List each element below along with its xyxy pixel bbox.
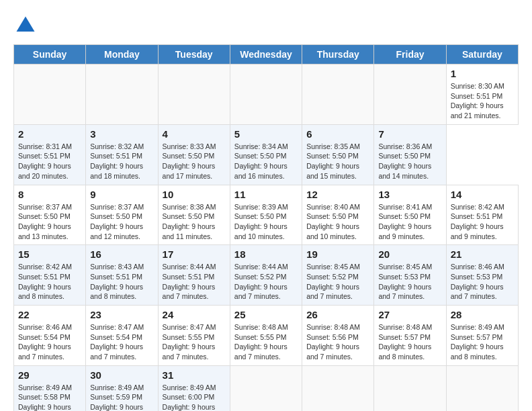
day-info: Sunrise: 8:40 AMSunset: 5:50 PMDaylight:…: [306, 202, 369, 242]
calendar-week-2: 2 Sunrise: 8:31 AMSunset: 5:51 PMDayligh…: [14, 124, 519, 185]
day-number: 19: [306, 248, 369, 260]
day-number: 24: [163, 309, 226, 320]
day-number: 17: [163, 248, 226, 260]
calendar-table: SundayMondayTuesdayWednesdayThursdayFrid…: [13, 44, 519, 411]
day-info: Sunrise: 8:37 AMSunset: 5:50 PMDaylight:…: [18, 202, 81, 242]
empty-cell: [86, 64, 158, 125]
calendar-week-3: 8 Sunrise: 8:37 AMSunset: 5:50 PMDayligh…: [14, 185, 519, 245]
day-info: Sunrise: 8:49 AMSunset: 5:57 PMDaylight:…: [451, 322, 514, 362]
empty-cell: [446, 365, 518, 411]
calendar-day-21: 21 Sunrise: 8:46 AMSunset: 5:53 PMDaylig…: [446, 245, 518, 306]
empty-cell: [158, 64, 230, 125]
calendar-day-20: 20 Sunrise: 8:45 AMSunset: 5:53 PMDaylig…: [374, 245, 446, 306]
day-info: Sunrise: 8:34 AMSunset: 5:50 PMDaylight:…: [234, 142, 298, 181]
calendar-day-27: 27 Sunrise: 8:48 AMSunset: 5:57 PMDaylig…: [374, 306, 446, 366]
day-number: 21: [451, 248, 514, 260]
day-info: Sunrise: 8:42 AMSunset: 5:51 PMDaylight:…: [18, 262, 81, 302]
calendar-day-18: 18 Sunrise: 8:44 AMSunset: 5:52 PMDaylig…: [230, 245, 302, 306]
calendar-week-4: 15 Sunrise: 8:42 AMSunset: 5:51 PMDaylig…: [14, 245, 519, 306]
day-info: Sunrise: 8:31 AMSunset: 5:51 PMDaylight:…: [18, 142, 81, 181]
day-number: 4: [163, 128, 226, 140]
day-number: 10: [163, 189, 226, 200]
day-number: 27: [378, 309, 441, 320]
empty-cell: [14, 64, 86, 125]
calendar-day-9: 9 Sunrise: 8:37 AMSunset: 5:50 PMDayligh…: [86, 185, 158, 245]
empty-cell: [302, 64, 374, 125]
day-info: Sunrise: 8:44 AMSunset: 5:52 PMDaylight:…: [234, 262, 298, 302]
calendar-day-30: 30 Sunrise: 8:49 AMSunset: 5:59 PMDaylig…: [86, 365, 158, 411]
calendar-day-22: 22 Sunrise: 8:46 AMSunset: 5:54 PMDaylig…: [14, 306, 86, 366]
day-number: 22: [18, 309, 81, 320]
day-number: 31: [163, 369, 226, 381]
day-info: Sunrise: 8:47 AMSunset: 5:55 PMDaylight:…: [163, 322, 226, 362]
empty-cell: [230, 365, 302, 411]
empty-cell: [374, 64, 446, 125]
day-number: 29: [18, 369, 81, 381]
calendar-day-28: 28 Sunrise: 8:49 AMSunset: 5:57 PMDaylig…: [446, 306, 518, 366]
calendar-day-31: 31 Sunrise: 8:49 AMSunset: 6:00 PMDaylig…: [158, 365, 230, 411]
day-header-saturday: Saturday: [446, 45, 518, 64]
calendar-day-24: 24 Sunrise: 8:47 AMSunset: 5:55 PMDaylig…: [158, 306, 230, 366]
logo-icon: [13, 13, 38, 38]
day-info: Sunrise: 8:37 AMSunset: 5:50 PMDaylight:…: [90, 202, 153, 242]
day-number: 11: [234, 189, 298, 200]
day-info: Sunrise: 8:39 AMSunset: 5:50 PMDaylight:…: [234, 202, 298, 242]
day-number: 20: [378, 248, 441, 260]
day-number: 18: [234, 248, 298, 260]
day-number: 5: [234, 128, 298, 140]
calendar-body: 1 Sunrise: 8:30 AMSunset: 5:51 PMDayligh…: [14, 64, 519, 412]
day-info: Sunrise: 8:41 AMSunset: 5:50 PMDaylight:…: [378, 202, 441, 242]
calendar-day-29: 29 Sunrise: 8:49 AMSunset: 5:58 PMDaylig…: [14, 365, 86, 411]
day-number: 23: [90, 309, 153, 320]
calendar-day-26: 26 Sunrise: 8:48 AMSunset: 5:56 PMDaylig…: [302, 306, 374, 366]
day-info: Sunrise: 8:47 AMSunset: 5:54 PMDaylight:…: [90, 322, 153, 362]
calendar-week-6: 29 Sunrise: 8:49 AMSunset: 5:58 PMDaylig…: [14, 365, 519, 411]
day-number: 28: [451, 309, 514, 320]
day-number: 13: [378, 189, 441, 200]
empty-cell: [374, 365, 446, 411]
day-header-tuesday: Tuesday: [158, 45, 230, 64]
calendar-day-23: 23 Sunrise: 8:47 AMSunset: 5:54 PMDaylig…: [86, 306, 158, 366]
day-info: Sunrise: 8:44 AMSunset: 5:51 PMDaylight:…: [163, 262, 226, 302]
day-info: Sunrise: 8:48 AMSunset: 5:55 PMDaylight:…: [234, 322, 298, 362]
day-info: Sunrise: 8:46 AMSunset: 5:54 PMDaylight:…: [18, 322, 81, 362]
day-info: Sunrise: 8:45 AMSunset: 5:52 PMDaylight:…: [306, 262, 369, 302]
day-info: Sunrise: 8:33 AMSunset: 5:50 PMDaylight:…: [163, 142, 226, 181]
day-info: Sunrise: 8:30 AMSunset: 5:51 PMDaylight:…: [451, 81, 514, 121]
day-header-wednesday: Wednesday: [230, 45, 302, 64]
calendar-day-10: 10 Sunrise: 8:38 AMSunset: 5:50 PMDaylig…: [158, 185, 230, 245]
calendar-day-5: 5 Sunrise: 8:34 AMSunset: 5:50 PMDayligh…: [230, 124, 302, 185]
day-header-friday: Friday: [374, 45, 446, 64]
day-number: 7: [378, 128, 441, 140]
calendar-day-3: 3 Sunrise: 8:32 AMSunset: 5:51 PMDayligh…: [86, 124, 158, 185]
calendar-day-1: 1 Sunrise: 8:30 AMSunset: 5:51 PMDayligh…: [446, 64, 518, 125]
empty-cell: [230, 64, 302, 125]
day-number: 2: [18, 128, 81, 140]
calendar-day-8: 8 Sunrise: 8:37 AMSunset: 5:50 PMDayligh…: [14, 185, 86, 245]
day-info: Sunrise: 8:45 AMSunset: 5:53 PMDaylight:…: [378, 262, 441, 302]
page-header: [13, 13, 519, 38]
calendar-day-17: 17 Sunrise: 8:44 AMSunset: 5:51 PMDaylig…: [158, 245, 230, 306]
empty-cell: [302, 365, 374, 411]
day-number: 15: [18, 248, 81, 260]
calendar-day-16: 16 Sunrise: 8:43 AMSunset: 5:51 PMDaylig…: [86, 245, 158, 306]
day-info: Sunrise: 8:32 AMSunset: 5:51 PMDaylight:…: [90, 142, 153, 181]
day-number: 25: [234, 309, 298, 320]
calendar-day-25: 25 Sunrise: 8:48 AMSunset: 5:55 PMDaylig…: [230, 306, 302, 366]
day-info: Sunrise: 8:49 AMSunset: 6:00 PMDaylight:…: [163, 383, 226, 411]
day-info: Sunrise: 8:38 AMSunset: 5:50 PMDaylight:…: [163, 202, 226, 242]
day-info: Sunrise: 8:48 AMSunset: 5:57 PMDaylight:…: [378, 322, 441, 362]
day-info: Sunrise: 8:46 AMSunset: 5:53 PMDaylight:…: [451, 262, 514, 302]
day-info: Sunrise: 8:42 AMSunset: 5:51 PMDaylight:…: [451, 202, 514, 242]
day-info: Sunrise: 8:35 AMSunset: 5:50 PMDaylight:…: [306, 142, 369, 181]
calendar-day-12: 12 Sunrise: 8:40 AMSunset: 5:50 PMDaylig…: [302, 185, 374, 245]
day-number: 16: [90, 248, 153, 260]
calendar-day-7: 7 Sunrise: 8:36 AMSunset: 5:50 PMDayligh…: [374, 124, 446, 185]
day-header-sunday: Sunday: [14, 45, 86, 64]
day-info: Sunrise: 8:48 AMSunset: 5:56 PMDaylight:…: [306, 322, 369, 362]
day-number: 3: [90, 128, 153, 140]
day-number: 9: [90, 189, 153, 200]
day-header-thursday: Thursday: [302, 45, 374, 64]
logo: [13, 13, 42, 38]
day-info: Sunrise: 8:43 AMSunset: 5:51 PMDaylight:…: [90, 262, 153, 302]
